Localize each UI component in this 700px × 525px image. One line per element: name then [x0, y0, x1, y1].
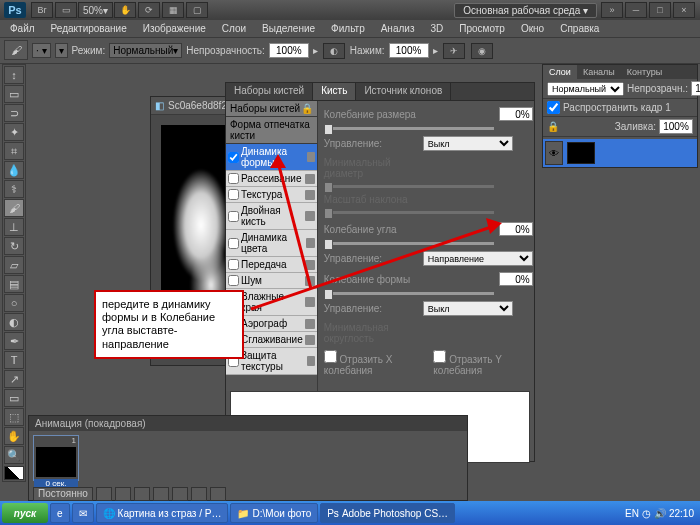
menu-file[interactable]: Файл — [2, 21, 43, 36]
marquee-tool[interactable]: ▭ — [4, 85, 24, 103]
hand-tool[interactable]: ✋ — [4, 427, 24, 445]
rewind-button[interactable] — [96, 487, 112, 501]
arrange-button[interactable]: ▦ — [162, 2, 184, 18]
round-jitter-input[interactable] — [499, 272, 533, 286]
angle-control-select[interactable]: Направление — [423, 251, 533, 266]
layer-opacity-input[interactable] — [691, 81, 700, 96]
history-brush-tool[interactable]: ↻ — [4, 237, 24, 255]
round-jitter-slider[interactable] — [324, 292, 494, 295]
dodge-tool[interactable]: ◐ — [4, 313, 24, 331]
tab-layers[interactable]: Слои — [543, 65, 577, 79]
menu-3d[interactable]: 3D — [422, 21, 451, 36]
lasso-tool[interactable]: ⊃ — [4, 104, 24, 122]
taskbar-item[interactable]: 🌐Картина из страз / Р… — [96, 503, 229, 523]
zoom-select[interactable]: 50% ▾ — [78, 2, 113, 18]
tab-channels[interactable]: Каналы — [577, 65, 621, 79]
eraser-tool[interactable]: ▱ — [4, 256, 24, 274]
gradient-tool[interactable]: ▤ — [4, 275, 24, 293]
brush-option-check[interactable] — [228, 189, 239, 200]
pen-tool[interactable]: ✒ — [4, 332, 24, 350]
path-tool[interactable]: ↗ — [4, 370, 24, 388]
tab-brush-presets[interactable]: Наборы кистей — [226, 83, 313, 100]
wand-tool[interactable]: ✦ — [4, 123, 24, 141]
loop-select[interactable]: Постоянно — [33, 487, 93, 501]
menu-image[interactable]: Изображение — [135, 21, 214, 36]
crop-tool[interactable]: ⌗ — [4, 142, 24, 160]
fill-input[interactable] — [659, 119, 693, 134]
flip-x-check[interactable] — [324, 350, 337, 363]
taskbar-item[interactable]: PsAdobe Photoshop CS… — [320, 503, 455, 523]
brush-option-0[interactable]: Динамика формы — [226, 144, 317, 171]
brush-picker[interactable]: 🖌 — [4, 40, 28, 60]
visibility-icon[interactable]: 👁 — [545, 141, 563, 165]
tray-icon[interactable]: ◷ — [642, 508, 651, 519]
blend-mode-select[interactable]: Нормальный ▾ — [109, 43, 182, 58]
brush-option-5[interactable]: Передача — [226, 257, 317, 273]
menu-layer[interactable]: Слои — [214, 21, 254, 36]
brush-option-2[interactable]: Текстура — [226, 187, 317, 203]
menu-filter[interactable]: Фильтр — [323, 21, 373, 36]
clock[interactable]: 22:10 — [669, 508, 694, 519]
menu-view[interactable]: Просмотр — [451, 21, 513, 36]
view-button[interactable]: ▭ — [55, 2, 77, 18]
brush-option-check[interactable] — [228, 238, 239, 249]
prev-frame-button[interactable] — [115, 487, 131, 501]
menu-edit[interactable]: Редактирование — [43, 21, 135, 36]
blur-tool[interactable]: ○ — [4, 294, 24, 312]
close-button[interactable]: × — [673, 2, 695, 18]
layer-thumb[interactable] — [567, 142, 595, 164]
expand-button[interactable]: » — [601, 2, 623, 18]
type-tool[interactable]: T — [4, 351, 24, 369]
hand-button[interactable]: ✋ — [114, 2, 136, 18]
angle-jitter-slider[interactable] — [324, 242, 494, 245]
stamp-tool[interactable]: ⊥ — [4, 218, 24, 236]
size-jitter-input[interactable] — [499, 107, 533, 121]
3d-tool[interactable]: ⬚ — [4, 408, 24, 426]
screen-button[interactable]: ▢ — [186, 2, 208, 18]
brush-size[interactable]: ▾ — [55, 43, 68, 58]
brush-tool[interactable]: 🖌 — [4, 199, 24, 217]
ql-ie-icon[interactable]: e — [50, 503, 70, 523]
play-button[interactable] — [134, 487, 150, 501]
brush-presets-head[interactable]: Наборы кистей🔒 — [226, 101, 317, 117]
heal-tool[interactable]: ⚕ — [4, 180, 24, 198]
tab-clone-source[interactable]: Источник клонов — [356, 83, 451, 100]
menu-help[interactable]: Справка — [552, 21, 607, 36]
tab-brush[interactable]: Кисть — [313, 83, 356, 100]
brush-option-check[interactable] — [228, 275, 239, 286]
airbrush-icon[interactable]: ✈ — [443, 43, 465, 59]
flow-input[interactable] — [389, 43, 429, 58]
lock-icon[interactable]: 🔒 — [547, 121, 559, 132]
color-swatches[interactable] — [4, 466, 24, 480]
brush-option-6[interactable]: Шум — [226, 273, 317, 289]
opacity-input[interactable] — [269, 43, 309, 58]
delete-frame-button[interactable] — [210, 487, 226, 501]
round-control-select[interactable]: Выкл — [423, 301, 513, 316]
brush-option-check[interactable] — [228, 173, 239, 184]
animation-frame[interactable]: 1 0 сек. — [33, 435, 79, 481]
lang-indicator[interactable]: EN — [625, 508, 639, 519]
layer-row[interactable]: 👁 — [543, 139, 697, 167]
tablet-opacity-icon[interactable]: ◐ — [323, 43, 345, 59]
tablet-pressure-icon[interactable]: ◉ — [471, 43, 493, 59]
brush-option-1[interactable]: Рассеивание — [226, 171, 317, 187]
menu-window[interactable]: Окно — [513, 21, 552, 36]
new-frame-button[interactable] — [191, 487, 207, 501]
workspace-switcher[interactable]: Основная рабочая среда ▾ — [454, 3, 597, 18]
brush-option-4[interactable]: Динамика цвета — [226, 230, 317, 257]
move-tool[interactable]: ↕ — [4, 66, 24, 84]
brush-tip-head[interactable]: Форма отпечатка кисти — [226, 117, 317, 144]
rotate-button[interactable]: ⟳ — [138, 2, 160, 18]
tween-button[interactable] — [172, 487, 188, 501]
maximize-button[interactable]: □ — [649, 2, 671, 18]
angle-jitter-input[interactable] — [499, 222, 533, 236]
tray-icon[interactable]: 🔊 — [654, 508, 666, 519]
eyedropper-tool[interactable]: 💧 — [4, 161, 24, 179]
tab-paths[interactable]: Контуры — [621, 65, 668, 79]
system-tray[interactable]: EN ◷ 🔊 22:10 — [621, 508, 698, 519]
start-button[interactable]: пуск — [2, 503, 48, 523]
ql-mail-icon[interactable]: ✉ — [72, 503, 94, 523]
layer-blend-select[interactable]: Нормальный — [547, 82, 624, 96]
menu-analysis[interactable]: Анализ — [373, 21, 423, 36]
brush-preset[interactable]: · ▾ — [32, 43, 51, 58]
